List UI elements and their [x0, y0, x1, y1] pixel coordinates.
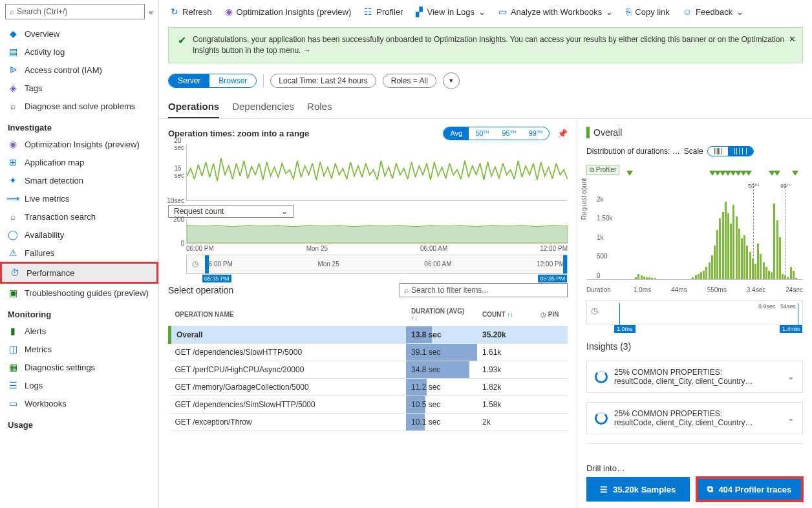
nav-label: Metrics [25, 344, 52, 354]
chevron-down-icon: ⌄ [736, 7, 743, 17]
col-count[interactable]: COUNT ↑↓ [477, 304, 535, 326]
nav-icon: ◯ [8, 229, 18, 240]
nav-label: Failures [25, 248, 54, 258]
table-row[interactable]: GET /dependencies/SimSlowHTTP/5000 10.5 … [170, 396, 568, 413]
logs-icon: ▞ [416, 6, 423, 17]
col-name[interactable]: OPERATION NAME [170, 304, 407, 326]
time-brush[interactable]: ◷ 06:00 PMMon 2506:00 AM12:00 PM 05:35 P… [186, 255, 568, 274]
insight-card-1[interactable]: 25% COMMON PROPERTIES: resultCode, clien… [586, 361, 803, 393]
sidebar-item-transaction-search[interactable]: ⌕Transaction search [0, 207, 158, 226]
main-tabs: Operations Dependencies Roles [159, 94, 812, 119]
op-pin[interactable] [535, 378, 568, 396]
refresh-icon: ↻ [171, 6, 178, 17]
sidebar-item-optimization-insights-preview-[interactable]: ◉Optimization Insights (preview) [0, 135, 158, 153]
nav-section-usage: Usage [0, 412, 158, 432]
op-pin[interactable] [535, 326, 568, 343]
copy-link-button[interactable]: ⎘Copy link [621, 4, 674, 19]
table-row[interactable]: GET /perfCPU/HighCPUAsync/20000 34.8 sec… [170, 361, 568, 378]
op-duration: 11.2 sec [406, 378, 477, 396]
sidebar-item-activity-log[interactable]: ▤Activity log [0, 43, 158, 61]
filter-icon-button[interactable]: ▾ [443, 72, 460, 89]
sidebar-item-tags[interactable]: ◈Tags [0, 79, 158, 97]
sidebar-item-logs[interactable]: ☰Logs [0, 376, 158, 394]
duration-histogram[interactable]: Request count 2k1.50k1k5000 50ᵀᴴ 99ᵀᴴ [586, 196, 803, 280]
op-pin[interactable] [535, 396, 568, 413]
sidebar-item-workbooks[interactable]: ▭Workbooks [0, 394, 158, 412]
op-pin[interactable] [535, 361, 568, 378]
collapse-sidebar-button[interactable]: « [149, 7, 153, 17]
tab-roles[interactable]: Roles [307, 97, 332, 118]
profiler-tag[interactable]: ⧉ Profiler [586, 165, 619, 175]
optimization-insights-button[interactable]: ◉Optimization Insights (preview) [220, 4, 357, 19]
nav-label: Availability [25, 230, 64, 240]
server-pill[interactable]: Server [169, 74, 209, 87]
table-row[interactable]: GET /exception/Throw 10.1 sec 2k [170, 413, 568, 430]
request-count-dropdown[interactable]: Request count ⌄ [168, 205, 294, 218]
sidebar-item-diagnose-and-solve-problems[interactable]: ⌕Diagnose and solve problems [0, 97, 158, 115]
tab-dependencies[interactable]: Dependencies [232, 97, 294, 118]
scale-label: Scale [684, 147, 703, 156]
copy-icon: ⎘ [626, 6, 631, 17]
drill-into-label: Drill into… [586, 463, 803, 473]
sidebar-item-metrics[interactable]: ◫Metrics [0, 340, 158, 358]
feedback-button[interactable]: ☺Feedback ⌄ [678, 4, 749, 19]
sidebar-item-live-metrics[interactable]: ⟿Live metrics [0, 189, 158, 207]
nav-icon: ☰ [8, 380, 18, 390]
onboarding-banner[interactable]: ✔ Congratulations, your application has … [168, 27, 803, 63]
nav-icon: ⟿ [8, 193, 18, 204]
profiler-traces-button[interactable]: ⧉ 404 Profiler traces [696, 477, 804, 502]
scale-linear[interactable] [708, 147, 728, 156]
brush-start-handle[interactable] [205, 255, 209, 273]
samples-button[interactable]: ☰ 35.20k Samples [586, 477, 690, 502]
sidebar-item-smart-detection[interactable]: ✦Smart detection [0, 171, 158, 189]
nav-icon: ✦ [8, 175, 18, 185]
percentile-50[interactable]: 50ᵀᴴ [469, 127, 495, 140]
scale-log[interactable] [728, 147, 753, 156]
percentile-avg[interactable]: Avg [443, 127, 469, 140]
duration-range-slider[interactable]: ◷ 8.9sec 54sec 1.0ms 1.4min [586, 300, 803, 324]
nav-label: Optimization Insights (preview) [25, 140, 140, 149]
roles-filter[interactable]: Roles = All [383, 74, 436, 88]
table-row[interactable]: GET /memory/GarbageCollection/5000 11.2 … [170, 378, 568, 396]
table-row[interactable]: GET /dependencies/SlowHTTP/5000 39.1 sec… [170, 343, 568, 361]
sidebar-item-alerts[interactable]: ▮Alerts [0, 322, 158, 340]
browser-pill[interactable]: Browser [209, 74, 256, 87]
sidebar-item-performance[interactable]: ⏱Performance [0, 262, 158, 284]
sidebar-item-application-map[interactable]: ⊞Application map [0, 153, 158, 171]
view-in-logs-button[interactable]: ▞View in Logs ⌄ [411, 4, 490, 19]
op-name: GET /dependencies/SlowHTTP/5000 [170, 343, 407, 361]
close-icon[interactable]: ✕ [789, 34, 796, 44]
percentile-toggle[interactable]: Avg 50ᵀᴴ 95ᵀᴴ 99ᵀᴴ [443, 127, 550, 140]
pin-icon[interactable]: 📌 [557, 129, 568, 138]
refresh-button[interactable]: ↻Refresh [166, 4, 217, 19]
tab-operations[interactable]: Operations [168, 97, 219, 118]
op-duration: 13.8 sec [406, 326, 477, 343]
brush-end-handle[interactable] [563, 255, 567, 273]
scale-toggle[interactable] [707, 146, 754, 156]
insight-card-2[interactable]: 25% COMMON PROPERTIES: resultCode, clien… [586, 402, 803, 434]
op-pin[interactable] [535, 343, 568, 361]
request-count-chart[interactable]: 200 0 [186, 219, 568, 244]
percentile-95[interactable]: 95ᵀᴴ [496, 127, 522, 140]
table-row[interactable]: Overall 13.8 sec 35.20k [170, 326, 568, 343]
chevron-down-icon: ⌄ [281, 207, 288, 216]
op-pin[interactable] [535, 413, 568, 430]
nav-icon: ⌕ [8, 101, 18, 111]
sidebar-item-overview[interactable]: ◆Overview [0, 25, 158, 43]
analyze-workbooks-button[interactable]: ▭Analyze with Workbooks ⌄ [493, 4, 618, 19]
sidebar-item-failures[interactable]: ⚠Failures [0, 244, 158, 262]
col-pin[interactable]: ◷ PIN [535, 304, 568, 326]
sidebar-item-troubleshooting-guides-preview-[interactable]: ▣Troubleshooting guides (preview) [0, 284, 158, 302]
sidebar-item-access-control-iam-[interactable]: ᐉAccess control (IAM) [0, 61, 158, 79]
sidebar-search-input[interactable]: ⌕ Search (Ctrl+/) [5, 4, 145, 19]
col-duration[interactable]: DURATION (AVG) ↑↓ [406, 304, 477, 326]
percentile-99[interactable]: 99ᵀᴴ [522, 127, 549, 140]
timerange-filter[interactable]: Local Time: Last 24 hours [270, 74, 376, 88]
nav-section-monitoring: Monitoring [0, 302, 158, 322]
sidebar-item-diagnostic-settings[interactable]: ▦Diagnostic settings [0, 358, 158, 376]
sidebar-item-availability[interactable]: ◯Availability [0, 226, 158, 244]
operation-filter-input[interactable]: ⌕ Search to filter items... [400, 283, 568, 297]
profiler-button[interactable]: ☷Profiler [359, 4, 408, 19]
operation-times-chart[interactable]: 20 sec 15 sec 10sec [186, 144, 568, 201]
server-browser-toggle[interactable]: Server Browser [168, 74, 257, 88]
